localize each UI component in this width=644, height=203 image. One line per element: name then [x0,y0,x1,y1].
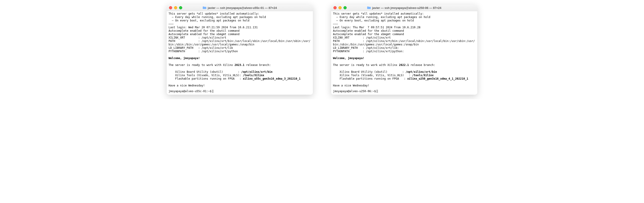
flash-line: Flashable partitions running on FPGA : x… [168,77,300,80]
env-ld-library-path: LD_LIBRARY_PATH : /opt/xilinx/xrt/lib: [333,46,399,49]
window-titlebar: javier — ssh jmoyapaya@alveo-u250-06 — 8… [331,4,477,11]
autocomplete-line: Autocomplete enabled for the xbmgmt comm… [168,33,240,36]
xbutil-line: Xilinx Board Utility (xbutil) : /opt/xil… [333,70,437,73]
terminal-output[interactable]: This server gets *all updates* installed… [331,11,477,90]
terminal-output[interactable]: This server gets *all updates* installed… [167,11,313,90]
window-title-text: javier — ssh jmoyapaya@alveo-u250-06 — 8… [372,6,442,9]
welcome-line: Welcome, jmoyapaya! [333,57,364,60]
close-button[interactable] [334,6,336,9]
motd-header: This server gets *all updates* installed… [168,12,259,15]
tools-path: /tools/Xilinx [243,74,264,77]
motd-bullet: – On every boot, excluding apt packages … [333,19,414,22]
traffic-lights [169,6,182,9]
env-xilinx-xrt: XILINX_XRT : /opt/xilinx/xrt [333,36,391,39]
tools-line: Xilinx Tools (Vivado, Vitis, Vitis_HLS):… [168,74,264,77]
release-version: 2022.1 [399,63,409,67]
farewell-line: Have a nice Wednesday! [333,84,369,87]
cursor-icon [376,90,378,93]
cursor-icon [212,90,214,93]
flash-partition: xilinx_u55c_gen3x16_xdma_3_202210_1 [243,77,300,80]
autocomplete-line: Autocomplete enabled for the xbmgmt comm… [333,33,404,36]
tools-path: /tools/Xilinx [412,74,434,77]
prompt-line[interactable]: jmoyapaya@alveo-u55c-01:~$ [167,90,313,95]
last-login: Last login: Thu Mar 7 09:57:51 2024 from… [333,26,420,29]
last-login: Last login: Wed Mar 20 07:21:59 2024 fro… [168,26,258,29]
xbutil-path: /opt/xilinx/xrt/bin [241,70,272,73]
window-title: javier — ssh jmoyapaya@alveo-u250-06 — 8… [367,6,442,9]
xbutil-line: Xilinx Board Utility (xbutil) : /opt/xil… [168,70,272,73]
env-path: PATH : /opt/xilinx/xrt/bin:/usr/local/sb… [168,39,310,46]
farewell-line: Have a nice Wednesday! [168,84,205,87]
env-pythonpath: PYTHONPATH : /opt/xilinx/xrt/python [168,50,238,53]
window-title: javier — ssh jmoyapaya@alveo-u55c-01 — 8… [203,6,277,9]
tools-line: Xilinx Tools (Vivado, Vitis, Vitis_HLS) … [333,74,434,77]
env-path: PATH : /opt/xilinx/xrt/bin:/usr/local/sb… [333,39,475,46]
autocomplete-line: Autocomplete enabled for the xbutil comm… [168,29,240,32]
separator: ——— [168,22,174,25]
minimize-button[interactable] [174,6,177,9]
xbutil-path: /opt/xilinx/xrt/bin [406,70,437,73]
shell-prompt: jmoyapaya@alveo-u250-06:~$ [333,90,376,93]
minimize-button[interactable] [338,6,342,9]
autocomplete-line: Autocomplete enabled for the xbutil comm… [333,29,404,32]
folder-icon [367,6,371,9]
motd-bullet: – Every day while running, excluding apt… [333,15,430,19]
motd-bullet: – Every day while running, excluding apt… [168,15,266,19]
motd-bullet: – On every boot, excluding apt packages … [168,19,250,22]
motd-header: This server gets *all updates* installed… [333,12,424,15]
window-titlebar: javier — ssh jmoyapaya@alveo-u55c-01 — 8… [167,4,313,11]
window-title-text: javier — ssh jmoyapaya@alveo-u55c-01 — 8… [208,6,277,9]
separator: ——— [333,22,338,25]
ready-line: The server is ready to work with Xilinx … [168,63,271,67]
terminal-window: javier — ssh jmoyapaya@alveo-u250-06 — 8… [331,4,477,95]
zoom-button[interactable] [344,6,347,9]
folder-icon [203,6,206,9]
ready-line: The server is ready to work with Xilinx … [333,63,435,67]
welcome-line: Welcome, jmoyapaya! [168,57,200,60]
shell-prompt: jmoyapaya@alveo-u55c-01:~$ [168,90,212,93]
release-version: 2023.1 [234,63,244,67]
flash-partition: xilinx_u250_gen3x16_xdma_4_1_202210_1 [407,77,468,80]
terminal-window: javier — ssh jmoyapaya@alveo-u55c-01 — 8… [167,4,313,95]
prompt-line[interactable]: jmoyapaya@alveo-u250-06:~$ [331,90,477,95]
env-xilinx-xrt: XILINX_XRT : /opt/xilinx/xrt [168,36,226,39]
zoom-button[interactable] [179,6,182,9]
env-ld-library-path: LD_LIBRARY_PATH : /opt/xilinx/xrt/lib [168,46,233,49]
close-button[interactable] [169,6,172,9]
env-pythonpath: PYTHONPATH : /opt/xilinx/xrt/python: [333,50,404,53]
traffic-lights [334,6,347,9]
flash-line: Flashable partitions running on FPGA : x… [333,77,468,80]
